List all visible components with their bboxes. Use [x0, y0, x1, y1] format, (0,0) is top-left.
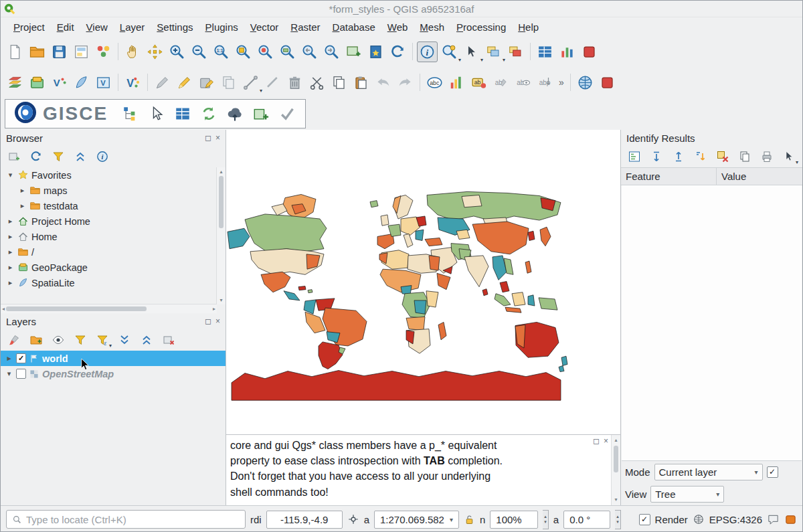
box-plus-button[interactable]: [250, 104, 271, 124]
zoom-out-button[interactable]: [189, 41, 209, 62]
layer-visibility-checkbox[interactable]: [16, 369, 26, 379]
bookmark-button[interactable]: [365, 41, 386, 62]
funnel-e-button[interactable]: ε▾: [94, 332, 110, 348]
menu-raster[interactable]: Raster: [284, 19, 326, 35]
label-eye-button[interactable]: ab: [513, 72, 533, 93]
messages-bubble-icon[interactable]: [767, 513, 780, 526]
locate-input[interactable]: Type to locate (Ctrl+K): [6, 510, 246, 529]
brush-button[interactable]: [6, 332, 22, 348]
browser-item-project-home[interactable]: ▸Project Home: [1, 213, 217, 229]
zoom-in-button[interactable]: [167, 41, 187, 62]
scroll-down-icon[interactable]: ▾: [613, 495, 618, 505]
browser-item-spatialite[interactable]: ▸SpatiaLite: [1, 275, 217, 290]
label-abp-button[interactable]: abp: [535, 72, 555, 93]
map-canvas[interactable]: [226, 130, 620, 434]
copy-sheet-button[interactable]: [737, 149, 753, 165]
menu-vector[interactable]: Vector: [244, 19, 285, 35]
paste-button[interactable]: [351, 72, 371, 93]
cloud-up-button[interactable]: [224, 104, 245, 124]
measure-button[interactable]: ▾: [439, 41, 460, 62]
add-layer-button[interactable]: [6, 149, 22, 165]
zoom-last-button[interactable]: [299, 41, 320, 62]
menu-help[interactable]: Help: [512, 19, 545, 35]
label-abc-button[interactable]: abc: [424, 72, 445, 93]
pencil-button[interactable]: [174, 72, 195, 93]
refresh-button[interactable]: [28, 149, 44, 165]
trash-button[interactable]: [284, 72, 305, 93]
clear-yellow-button[interactable]: [715, 149, 731, 165]
browser-item-home[interactable]: ▸Home: [1, 229, 217, 244]
scroll-up-icon[interactable]: ▴: [613, 435, 618, 446]
browser-hscrollbar[interactable]: ◂ ▸: [1, 304, 217, 313]
copy-gray-button[interactable]: [218, 72, 239, 93]
red-plug-button[interactable]: [579, 41, 600, 62]
save-edits-button[interactable]: [196, 72, 217, 93]
stack-button[interactable]: ▾: [483, 41, 504, 62]
deselect-button[interactable]: [505, 41, 526, 62]
red-plug-button[interactable]: [597, 72, 618, 93]
globe-button[interactable]: [575, 72, 596, 93]
browser-vscrollbar[interactable]: ▴ ▾: [216, 167, 226, 304]
save-button[interactable]: [49, 41, 70, 62]
identify-mode-select[interactable]: Current layer▾: [654, 464, 763, 480]
refresh-button[interactable]: [387, 41, 408, 62]
file-new-button[interactable]: [5, 41, 25, 62]
expander-icon[interactable]: ▸: [6, 248, 15, 256]
chevrons-down-button[interactable]: [116, 332, 132, 348]
printer-button[interactable]: [759, 149, 775, 165]
label-ab-button[interactable]: ab: [468, 72, 489, 93]
redo-button[interactable]: [395, 72, 416, 93]
scroll-thumb[interactable]: [614, 446, 618, 472]
folder-plus-button[interactable]: [28, 332, 44, 348]
expand-blue-button[interactable]: [648, 149, 664, 165]
expander-icon[interactable]: ▸: [18, 186, 27, 195]
rotation-input[interactable]: 0.0 °: [563, 511, 610, 529]
extents-toggle-button[interactable]: [347, 513, 359, 525]
scroll-thumb[interactable]: [6, 306, 147, 311]
scissors-button[interactable]: [306, 72, 327, 93]
expander-icon[interactable]: ▾: [6, 171, 15, 179]
menu-project[interactable]: Project: [7, 19, 51, 35]
layer-visibility-checkbox[interactable]: ✓: [16, 353, 26, 363]
undo-button[interactable]: [373, 72, 393, 93]
browser-item--[interactable]: ▸/: [1, 244, 217, 260]
zoom-layer-button[interactable]: [277, 41, 298, 62]
menu-mesh[interactable]: Mesh: [414, 19, 450, 35]
menu-processing[interactable]: Processing: [450, 19, 512, 35]
crs-globe-icon[interactable]: [693, 513, 705, 525]
expander-icon[interactable]: ▸: [18, 201, 27, 210]
label-chart-button[interactable]: [446, 72, 467, 93]
zoom-sel-button[interactable]: [255, 41, 276, 62]
scroll-thumb[interactable]: [219, 176, 224, 228]
browser-item-favorites[interactable]: ▾Favorites: [1, 167, 217, 183]
magnifier-input[interactable]: 100%: [490, 511, 538, 529]
map-plus-button[interactable]: [343, 41, 364, 62]
stats-button[interactable]: [557, 41, 577, 62]
feather-button[interactable]: [71, 72, 92, 93]
coordinate-input[interactable]: -115.9,-4.9: [266, 511, 343, 529]
identify-view-select[interactable]: Tree▾: [650, 486, 724, 503]
scroll-up-icon[interactable]: ▴: [218, 167, 224, 176]
gpkg-button[interactable]: [27, 72, 48, 93]
style-button[interactable]: [93, 41, 114, 62]
sync-button[interactable]: [198, 104, 219, 124]
vpoint-button[interactable]: V: [122, 72, 143, 93]
menu-view[interactable]: View: [80, 19, 114, 35]
console-window-controls[interactable]: ◻×: [593, 436, 608, 447]
hand-button[interactable]: [122, 41, 143, 62]
scroll-right-icon[interactable]: ▸: [211, 304, 217, 313]
browser-item-geopackage[interactable]: ▸GeoPackage: [1, 260, 217, 275]
select-dd-button[interactable]: ▾: [781, 149, 797, 165]
python-console[interactable]: ◻× core and gui Qgs* class members have …: [226, 434, 620, 505]
funnel-button[interactable]: [72, 332, 88, 348]
layer-item-world[interactable]: ▸✓world: [1, 351, 226, 366]
identify-button[interactable]: i: [417, 41, 438, 62]
table-blue-button[interactable]: [535, 41, 555, 62]
scroll-left-icon[interactable]: ◂: [1, 304, 6, 313]
shp-button[interactable]: V: [49, 72, 70, 93]
tree-button[interactable]: [120, 104, 141, 124]
zoom-native-button[interactable]: 1:1: [211, 41, 232, 62]
collapse-blue-button[interactable]: [671, 149, 687, 165]
layout-button[interactable]: [71, 41, 92, 62]
eye-button[interactable]: [50, 332, 66, 348]
